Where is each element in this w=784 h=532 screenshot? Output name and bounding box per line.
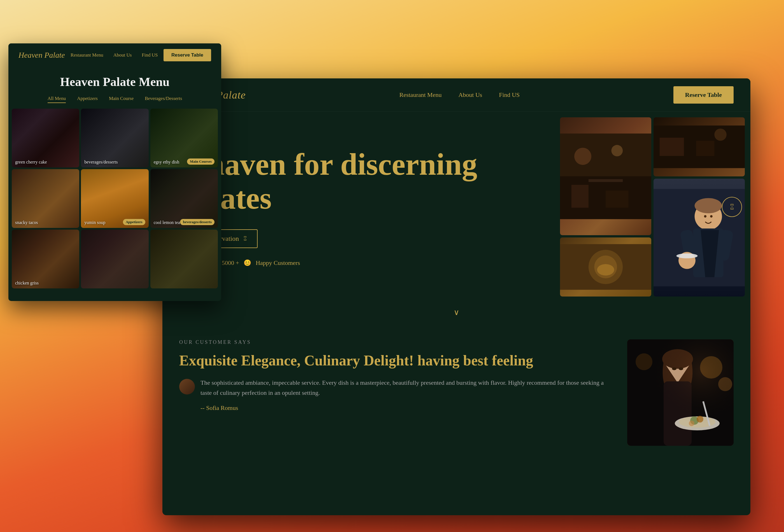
svg-point-2 [574,148,591,165]
main-nav-find[interactable]: Find US [499,91,520,99]
food-item-3[interactable]: snacky tacos [12,169,79,228]
waiter-photo [653,179,745,297]
svg-point-24 [704,215,706,218]
menu-filter-tabs: All Menu Appetizers Main Course Beverage… [8,95,221,109]
chevron-down-icon: ∨ [454,308,459,317]
main-window: Heaven Palate Restaurant Menu About Us F… [162,78,750,515]
svg-point-23 [695,198,722,213]
svg-point-25 [710,215,712,218]
scroll-indicator: ∨ [162,302,750,323]
hero-title: A haven for discerning palates [179,147,543,215]
restaurant-photo-2 [653,117,745,176]
testimonial-avatar [179,379,195,394]
menu-nav-links: Restaurant Menu About Us Find US [71,52,158,58]
svg-rect-4 [571,185,589,208]
main-nav-restaurant[interactable]: Restaurant Menu [399,91,442,99]
hero-img-waiter [653,179,745,297]
fork-knife-icon: ⑄ [243,235,247,242]
main-nav: Heaven Palate Restaurant Menu About Us F… [162,78,750,112]
woman-eating-photo [627,339,734,446]
hero-img-small [653,117,745,176]
food-img-3 [12,169,79,228]
food-item-1[interactable]: beverages/desserts [81,109,148,167]
hero-subtitle: We served over 5000 + 😊 Happy Customers [179,259,543,267]
subtitle-count: 5000 + [222,259,239,267]
filter-appetizers[interactable]: Appetizers [77,95,98,103]
testimonial-text: The sophisticated ambiance, impeccable s… [200,378,610,397]
testimonial-title: Exquisite Elegance, Culinary Delight! ha… [179,352,610,369]
fork-icon: ⑄ [730,202,734,212]
svg-point-22 [676,253,698,258]
food-img-8 [150,230,218,288]
hero-content: A haven for discerning palates Make Rese… [162,112,560,302]
svg-point-3 [611,145,623,157]
food-item-5[interactable]: cool lemon tea beverages/desserts [150,169,218,228]
menu-window: Heaven Palate Restaurant Menu About Us F… [8,44,221,301]
svg-rect-12 [660,138,684,156]
hero-img-restaurant [560,117,651,235]
hero-section: A haven for discerning palates Make Rese… [162,112,750,302]
menu-nav-about[interactable]: About Us [113,52,132,58]
hero-img-food [560,237,651,297]
food-label-1: beverages/desserts [84,160,118,165]
floating-fork-icon: ⑄ [722,197,742,217]
main-nav-about[interactable]: About Us [458,91,482,99]
testimonial-section: OUR CUSTOMER SAYS Exquisite Elegance, Cu… [162,323,750,463]
food-img-6 [12,230,79,288]
svg-rect-6 [589,179,623,182]
food-item-2[interactable]: egsy ethy dish Main Courses [150,109,218,167]
food-badge-4: Appetizers [123,219,145,225]
svg-rect-5 [606,191,628,208]
food-item-4[interactable]: yumin soup Appetizers [81,169,148,228]
subtitle-suffix: Happy Customers [256,259,300,267]
food-img-7 [81,230,148,288]
food-label-2: egsy ethy dish [154,160,179,165]
menu-nav: Heaven Palate Restaurant Menu About Us F… [8,44,221,67]
filter-main[interactable]: Main Course [109,95,134,103]
food-item-7[interactable] [81,230,148,288]
filter-all[interactable]: All Menu [48,95,66,103]
food-item-8[interactable] [150,230,218,288]
smiley-icon: 😊 [244,259,251,267]
food-badge-2: Main Courses [187,159,215,165]
food-photo [560,237,651,297]
filter-beverages[interactable]: Beverages/Desserts [145,95,182,103]
testimonial-image [627,339,734,446]
svg-rect-13 [696,141,714,156]
food-item-6[interactable]: chicken griss [12,230,79,288]
menu-nav-find[interactable]: Find US [142,52,158,58]
testimonial-author: -- Sofia Romus [200,404,610,412]
menu-title: Heaven Palate Menu [8,67,221,95]
svg-rect-41 [627,339,734,446]
hero-img-col-1 [560,117,651,297]
food-item-0[interactable]: green cherry cake [12,109,79,167]
food-label-6: chicken griss [15,281,39,286]
menu-nav-restaurant[interactable]: Restaurant Menu [71,52,103,58]
main-nav-links: Restaurant Menu About Us Find US [399,91,520,99]
restaurant-photo [560,117,651,235]
food-img-0 [12,109,79,167]
food-label-4: yumin soup [84,220,105,225]
food-label-3: snacky tacos [15,220,38,225]
testimonial-text-block: The sophisticated ambiance, impeccable s… [179,378,610,411]
menu-reserve-button[interactable]: Reserve Table [164,49,211,61]
menu-logo: Heaven Palate [19,51,65,60]
food-img-1 [81,109,148,167]
testimonial-content: OUR CUSTOMER SAYS Exquisite Elegance, Cu… [179,339,610,412]
menu-grid: green cherry cake beverages/desserts egs… [8,109,221,288]
svg-point-14 [714,129,726,141]
food-badge-5: beverages/desserts [180,219,215,225]
food-label-0: green cherry cake [15,160,47,165]
main-reserve-button[interactable]: Reserve Table [673,86,734,104]
food-label-5: cool lemon tea [154,220,180,225]
testimonial-text-container: The sophisticated ambiance, impeccable s… [200,378,610,411]
testimonial-label: OUR CUSTOMER SAYS [179,339,610,345]
svg-point-10 [597,264,614,276]
